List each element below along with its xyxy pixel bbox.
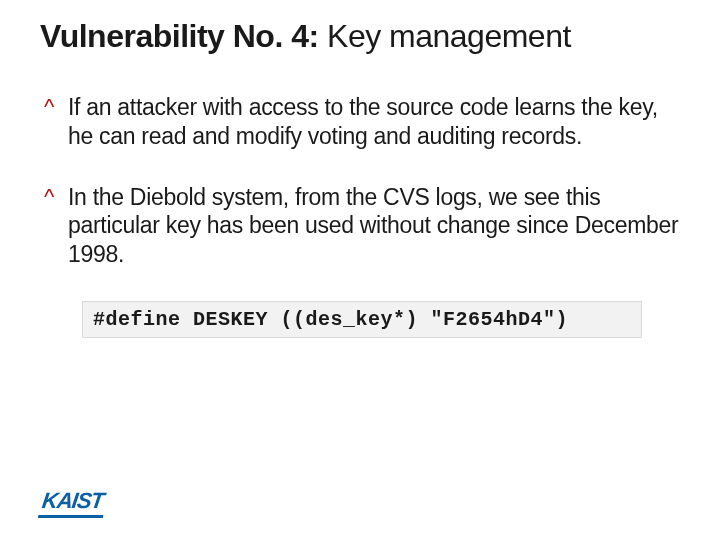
caret-up-icon: ^	[44, 93, 68, 121]
slide: Vulnerability No. 4: Key management ^ If…	[0, 0, 720, 540]
title-rest: Key management	[319, 18, 571, 54]
title-bold: Vulnerability No. 4:	[40, 18, 319, 54]
slide-title: Vulnerability No. 4: Key management	[40, 18, 680, 55]
list-item: ^ In the Diebold system, from the CVS lo…	[44, 183, 680, 269]
list-item: ^ If an attacker with access to the sour…	[44, 93, 680, 151]
code-snippet: #define DESKEY ((des_key*) "F2654hD4")	[82, 301, 642, 338]
bullet-text: In the Diebold system, from the CVS logs…	[68, 183, 680, 269]
bullet-text: If an attacker with access to the source…	[68, 93, 680, 151]
bullet-list: ^ If an attacker with access to the sour…	[40, 93, 680, 269]
kaist-logo: KAIST	[38, 488, 107, 518]
caret-up-icon: ^	[44, 183, 68, 211]
